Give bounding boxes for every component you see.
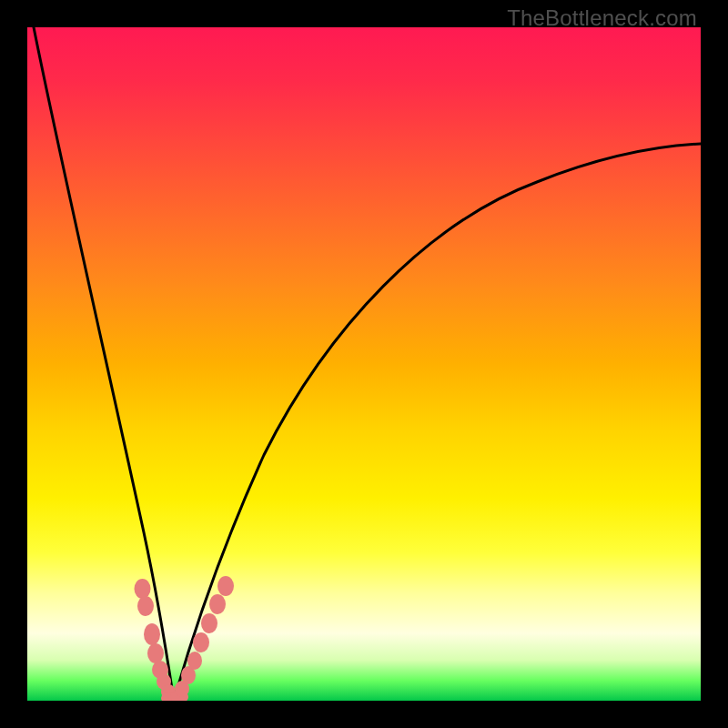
marker-layer <box>135 576 235 701</box>
marker-right-6 <box>209 594 226 614</box>
left-curve-path <box>34 27 174 701</box>
marker-right-3 <box>187 652 202 670</box>
curve-layer <box>34 27 701 701</box>
marker-right-5 <box>201 613 217 633</box>
marker-left-4 <box>147 643 164 663</box>
right-curve-path <box>174 144 701 701</box>
marker-right-7 <box>217 576 234 596</box>
marker-left-2 <box>137 596 154 616</box>
marker-left-1 <box>135 579 151 599</box>
marker-right-4 <box>193 632 209 652</box>
watermark-text: TheBottleneck.com <box>507 5 697 31</box>
outer-frame: TheBottleneck.com <box>0 0 728 728</box>
plot-area <box>27 27 701 701</box>
chart-svg <box>27 27 701 701</box>
marker-left-3 <box>144 623 160 645</box>
